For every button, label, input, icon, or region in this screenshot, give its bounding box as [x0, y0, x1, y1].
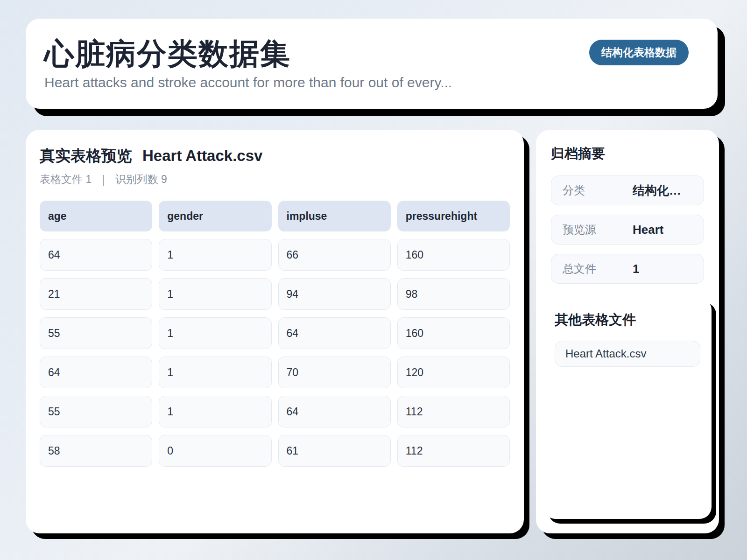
table-cell: 94	[278, 278, 391, 310]
summary-row-category: 分类 结构化表格数据	[551, 175, 704, 205]
summary-label: 分类	[563, 183, 633, 198]
table-cell: 1	[159, 317, 271, 349]
table-cell: 160	[397, 317, 510, 349]
column-header-pressurehight: pressurehight	[397, 201, 510, 231]
table-cell: 112	[397, 396, 510, 427]
header-card: 心脏病分类数据集 Heart attacks and stroke accoun…	[26, 19, 718, 109]
column-header-impluse: impluse	[278, 201, 391, 231]
table-cell: 0	[159, 435, 271, 467]
columns-count-label: 识别列数 9	[115, 172, 167, 187]
summary-row-total-files: 总文件 1	[551, 254, 704, 284]
table-cell: 64	[278, 317, 391, 349]
table-cell: 61	[278, 435, 391, 467]
table-cell: 21	[40, 278, 152, 310]
table-cell: 64	[40, 357, 152, 388]
column-header-age: age	[40, 201, 152, 231]
file-item-heart-attack-csv[interactable]: Heart Attack.csv	[555, 341, 700, 367]
preview-filename: Heart Attack.csv	[142, 147, 262, 165]
files-count-label: 表格文件 1	[40, 172, 92, 187]
summary-label: 预览源	[563, 222, 633, 237]
table-cell: 1	[159, 357, 271, 388]
table-cell: 64	[278, 396, 391, 427]
summary-label: 总文件	[563, 261, 633, 276]
table-preview-card: 真实表格预览 Heart Attack.csv 表格文件 1 ｜ 识别列数 9 …	[26, 130, 524, 533]
other-files-card: 其他表格文件 Heart Attack.csv	[543, 298, 712, 519]
summary-value: 结构化表格数据	[633, 182, 692, 199]
preview-title: 真实表格预览	[40, 146, 132, 167]
table-cell: 55	[40, 317, 152, 349]
table-cell: 1	[159, 239, 271, 271]
page-subtitle: Heart attacks and stroke account for mor…	[44, 75, 690, 91]
table-cell: 64	[40, 239, 152, 271]
summary-value: 1	[633, 262, 639, 276]
other-files-title: 其他表格文件	[555, 311, 700, 329]
meta-separator: ｜	[98, 172, 109, 187]
table-cell: 112	[397, 435, 510, 467]
category-badge: 结构化表格数据	[589, 40, 689, 65]
column-header-gender: gender	[159, 201, 271, 231]
summary-value: Heart	[633, 223, 663, 237]
table-cell: 120	[397, 357, 510, 388]
table-cell: 55	[40, 396, 152, 427]
data-table: age gender impluse pressurehight 64 1 66…	[40, 201, 510, 467]
archive-summary-card: 归档摘要 分类 结构化表格数据 预览源 Heart 总文件 1 其他表格文件 H…	[536, 130, 719, 533]
table-cell: 98	[397, 278, 510, 310]
archive-summary-title: 归档摘要	[551, 145, 704, 163]
table-cell: 58	[40, 435, 152, 467]
preview-meta: 表格文件 1 ｜ 识别列数 9	[40, 172, 510, 187]
summary-row-preview-source: 预览源 Heart	[551, 215, 704, 245]
table-cell: 66	[278, 239, 391, 271]
table-cell: 1	[159, 278, 271, 310]
table-cell: 70	[278, 357, 391, 388]
table-cell: 1	[159, 396, 271, 427]
preview-heading: 真实表格预览 Heart Attack.csv	[40, 146, 510, 167]
table-cell: 160	[397, 239, 510, 271]
